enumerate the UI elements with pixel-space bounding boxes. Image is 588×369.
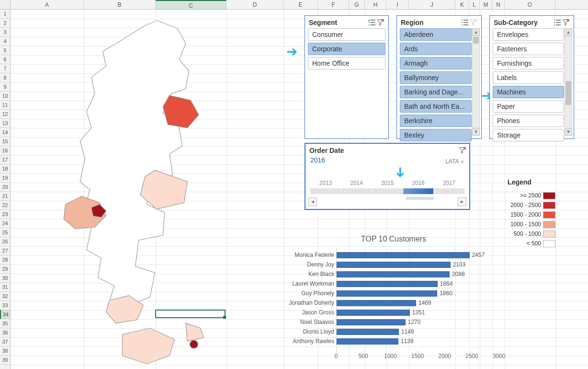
col-header-G[interactable]: G (349, 0, 365, 9)
subcategory-item[interactable]: Storage (493, 129, 564, 141)
clear-filter-icon[interactable] (470, 19, 478, 26)
timeline-order-date[interactable]: Order Date 2016 LATA ▼ 20132014201520162… (305, 143, 470, 210)
timeline-prev-button[interactable]: ◄ (308, 197, 317, 206)
scroll-up-button[interactable]: ▲ (472, 28, 480, 36)
subcategory-item[interactable]: Fasteners (493, 43, 564, 55)
region-item[interactable]: Bath and North Ea... (400, 100, 472, 113)
col-header-D[interactable]: D (226, 0, 283, 9)
row-header-23[interactable]: 23 (0, 210, 10, 219)
region-item[interactable]: Ards (400, 43, 472, 55)
region-item[interactable]: Berkshire (400, 115, 472, 127)
region-item[interactable]: Bexley (400, 129, 472, 141)
multiselect-icon[interactable] (554, 19, 562, 26)
col-header-M[interactable]: M (480, 0, 492, 9)
row-header-33[interactable]: 33 (0, 301, 10, 310)
row-header-9[interactable]: 9 (0, 82, 10, 92)
row-header-22[interactable]: 22 (0, 201, 10, 210)
subcategory-item[interactable]: Paper (493, 100, 564, 113)
row-header-19[interactable]: 19 (0, 173, 10, 183)
col-header-K[interactable]: K (455, 0, 469, 9)
bar[interactable]: Jonathan Doherty1469 (337, 300, 416, 306)
row-header-11[interactable]: 11 (0, 101, 10, 110)
row-header-1[interactable]: 1 (0, 10, 10, 19)
multiselect-icon[interactable] (368, 19, 377, 26)
col-header-F[interactable]: F (318, 0, 349, 9)
bar[interactable]: Laurel Workman1864 (337, 281, 438, 287)
bar[interactable]: Noel Staavos1270 (337, 319, 406, 325)
row-header-34[interactable]: 34 (0, 310, 10, 319)
row-header-3[interactable]: 3 (0, 28, 10, 37)
subcategory-item[interactable]: Furnishings (493, 57, 564, 69)
bar[interactable]: Monica Federle2457 (337, 252, 470, 258)
bar[interactable]: Guy Phonely1860 (337, 290, 437, 297)
row-header-39[interactable]: 39 (0, 356, 10, 365)
region-item[interactable]: Barking and Dage... (400, 86, 472, 98)
bar[interactable]: Denny Joy2103 (337, 262, 451, 268)
col-header-I[interactable]: I (386, 0, 409, 9)
row-header-28[interactable]: 28 (0, 255, 10, 265)
row-header-5[interactable]: 5 (0, 46, 10, 55)
col-header-E[interactable]: E (283, 0, 318, 9)
timeline-next-button[interactable]: ► (458, 197, 466, 206)
bar[interactable]: Dionis Lloyd1149 (337, 329, 399, 335)
bar[interactable]: Jason Gross1351 (337, 310, 410, 316)
scroll-down-button[interactable]: ▼ (472, 128, 480, 136)
subcategory-item[interactable]: Phones (493, 115, 564, 127)
clear-filter-icon[interactable] (377, 19, 385, 26)
col-header-N[interactable]: N (492, 0, 505, 9)
col-header-C[interactable]: C (156, 0, 226, 9)
segment-item[interactable]: Corporate (308, 43, 385, 55)
row-header-10[interactable]: 10 (0, 92, 10, 101)
scroll-down-button[interactable]: ▼ (565, 128, 572, 136)
uk-choropleth-map[interactable] (19, 17, 287, 367)
col-header-L[interactable]: L (469, 0, 480, 9)
row-header-12[interactable]: 12 (0, 110, 10, 119)
row-header-24[interactable]: 24 (0, 219, 10, 228)
row-header-21[interactable]: 21 (0, 192, 10, 201)
row-header-7[interactable]: 7 (0, 64, 10, 73)
timeline-segment[interactable] (341, 188, 372, 194)
timeline-period-label[interactable]: LATA ▼ (445, 158, 464, 165)
subcategory-item[interactable]: Machines (493, 86, 564, 98)
col-header-B[interactable]: B (84, 0, 156, 9)
timeline-segment[interactable] (310, 188, 341, 194)
col-header-H[interactable]: H (365, 0, 386, 9)
scroll-up-button[interactable]: ▲ (565, 28, 572, 36)
row-header-38[interactable]: 38 (0, 346, 10, 356)
scrollbar[interactable]: ▲ ▼ (472, 28, 480, 136)
row-header-27[interactable]: 27 (0, 246, 10, 255)
row-header-15[interactable]: 15 (0, 137, 10, 146)
timeline-segment[interactable] (434, 188, 464, 194)
row-header-6[interactable]: 6 (0, 55, 10, 64)
row-header-32[interactable]: 32 (0, 292, 10, 301)
row-header-16[interactable]: 16 (0, 146, 10, 155)
scrollbar[interactable]: ▲ ▼ (565, 28, 572, 136)
row-header-25[interactable]: 25 (0, 228, 10, 237)
select-all-corner[interactable] (0, 0, 11, 9)
slicer-segment[interactable]: Segment ConsumerCorporateHome Office (305, 15, 389, 139)
row-header-30[interactable]: 30 (0, 274, 10, 283)
scroll-thumb[interactable] (565, 81, 571, 105)
timeline-segment[interactable] (372, 188, 403, 194)
region-item[interactable]: Aberdeen (400, 28, 472, 41)
subcategory-item[interactable]: Labels (493, 71, 564, 84)
slicer-subcategory[interactable]: Sub-Category EnvelopesFastenersFurnishin… (489, 15, 574, 139)
row-header-13[interactable]: 13 (0, 119, 10, 128)
row-header-37[interactable]: 37 (0, 337, 10, 346)
multiselect-icon[interactable] (461, 19, 470, 26)
row-header-2[interactable]: 2 (0, 19, 10, 28)
timeline-segment[interactable] (403, 188, 434, 194)
col-header-J[interactable]: J (409, 0, 455, 9)
top-customers-chart[interactable]: TOP 10 Customers Monica Federle2457Denny… (279, 235, 509, 361)
slicer-region[interactable]: Region AberdeenArdsArmaghBallymoneyBarki… (396, 15, 482, 139)
bar[interactable]: Anthony Rawles1139 (337, 338, 398, 345)
row-header-20[interactable]: 20 (0, 183, 10, 192)
row-header-31[interactable]: 31 (0, 283, 10, 292)
row-header-29[interactable]: 29 (0, 265, 10, 274)
clear-filter-icon[interactable] (459, 147, 466, 154)
segment-item[interactable]: Consumer (308, 28, 385, 41)
row-header-14[interactable]: 14 (0, 128, 10, 137)
segment-item[interactable]: Home Office (308, 57, 385, 69)
scroll-thumb[interactable] (473, 37, 479, 44)
row-header-26[interactable]: 26 (0, 237, 10, 246)
